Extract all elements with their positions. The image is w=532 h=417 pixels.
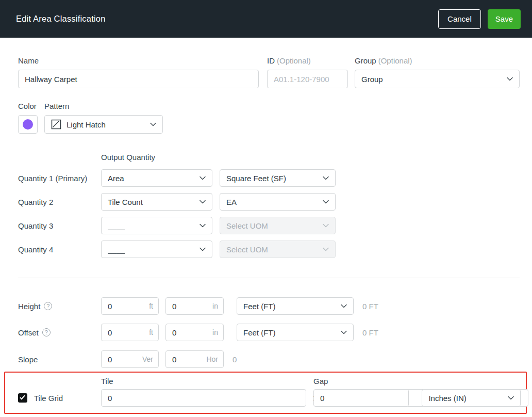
id-label: ID(Optional)	[267, 56, 348, 65]
group-optional-label: (Optional)	[378, 56, 412, 65]
dialog-body: Name ID(Optional) Group(Optional) Group	[0, 38, 532, 414]
chevron-down-icon	[319, 247, 329, 251]
offset-readout: 0 FT	[362, 328, 378, 337]
chevron-down-icon	[319, 223, 329, 228]
chevron-down-icon	[319, 200, 329, 204]
quantity-2-label: Quantity 2	[18, 198, 101, 206]
height-in-input[interactable]	[165, 297, 224, 315]
quantity-1-type-select[interactable]: Area	[101, 169, 212, 187]
color-label: Color	[18, 102, 38, 110]
quantity-3-row: Quantity 3 ____ Select UOM	[18, 217, 520, 234]
pattern-label: Pattern	[44, 102, 163, 110]
tile-label: Tile	[101, 377, 306, 386]
pattern-field: Pattern Light Hatch	[44, 102, 163, 134]
chevron-down-icon	[195, 176, 206, 180]
quantity-1-uom-select[interactable]: Square Feet (SF)	[220, 169, 336, 187]
height-ft-input[interactable]	[101, 297, 159, 315]
tile-size-group: Tile x	[101, 377, 306, 407]
chevron-down-icon	[319, 176, 329, 180]
chevron-down-icon	[503, 77, 513, 81]
slope-label: Slope	[18, 355, 101, 364]
pattern-select[interactable]: Light Hatch	[44, 115, 163, 134]
offset-in-input[interactable]	[165, 324, 224, 341]
chevron-down-icon	[195, 223, 206, 228]
height-label: Height ?	[18, 302, 101, 311]
quantity-4-type-select[interactable]: ____	[101, 240, 212, 258]
offset-ft-field: ft	[101, 324, 159, 341]
quantity-2-type-select[interactable]: Tile Count	[101, 193, 212, 211]
slope-ver-field: Ver	[101, 350, 159, 368]
tile-grid-section-highlight: Tile Grid Tile x Gap Inches (IN)	[4, 372, 527, 414]
tile-grid-toggle-group: Tile Grid	[18, 393, 101, 407]
height-row: Height ? ft in Feet (FT) 0 FT	[18, 297, 520, 315]
gap-label: Gap	[313, 377, 409, 386]
header-actions: Cancel Save	[438, 9, 521, 29]
quantity-4-row: Quantity 4 ____ Select UOM	[18, 240, 520, 258]
quantity-3-label: Quantity 3	[18, 221, 101, 230]
quantity-1-label: Quantity 1 (Primary)	[18, 174, 101, 183]
section-divider	[18, 278, 520, 278]
group-select[interactable]: Group	[355, 70, 520, 88]
quantity-1-row: Quantity 1 (Primary) Area Square Feet (S…	[18, 169, 520, 187]
output-quantity-label: Output Quantity	[101, 153, 520, 162]
help-icon[interactable]: ?	[42, 328, 51, 336]
slope-row: Slope Ver Hor 0	[18, 350, 520, 368]
group-label: Group(Optional)	[355, 56, 520, 65]
chevron-down-icon	[504, 396, 514, 400]
chevron-down-icon	[195, 200, 206, 204]
color-pattern-row: Color Pattern Light Hatch	[18, 102, 520, 134]
quantity-3-type-select[interactable]: ____	[101, 217, 212, 234]
cancel-button[interactable]: Cancel	[438, 9, 481, 29]
tile-width-input[interactable]	[101, 389, 306, 407]
height-uom-select[interactable]: Feet (FT)	[237, 297, 354, 315]
chevron-down-icon	[337, 330, 347, 334]
gap-input[interactable]	[313, 389, 409, 407]
id-field: ID(Optional)	[267, 56, 348, 88]
offset-label: Offset ?	[18, 328, 101, 337]
group-field: Group(Optional) Group	[355, 56, 520, 88]
tile-grid-label: Tile Grid	[34, 394, 63, 403]
offset-in-field: in	[165, 324, 224, 341]
height-ft-field: ft	[101, 297, 159, 315]
help-icon[interactable]: ?	[44, 302, 52, 310]
color-field: Color	[18, 102, 38, 134]
offset-uom-select[interactable]: Feet (FT)	[237, 324, 354, 341]
height-readout: 0 FT	[362, 302, 378, 311]
identity-row: Name ID(Optional) Group(Optional) Group	[18, 56, 520, 88]
save-button[interactable]: Save	[488, 9, 521, 29]
dialog-title: Edit Area Classification	[16, 14, 106, 24]
hatch-pattern-icon	[51, 119, 61, 130]
offset-row: Offset ? ft in Feet (FT) 0 FT	[18, 324, 520, 341]
quantity-2-row: Quantity 2 Tile Count EA	[18, 193, 520, 211]
chevron-down-icon	[337, 304, 347, 308]
id-optional-label: (Optional)	[277, 56, 311, 65]
tile-grid-uom-select[interactable]: Inches (IN)	[422, 389, 521, 407]
height-in-field: in	[165, 297, 224, 315]
slope-hor-input[interactable]	[165, 350, 224, 368]
offset-ft-input[interactable]	[101, 324, 159, 341]
quantity-4-uom-select[interactable]: Select UOM	[220, 240, 336, 258]
gap-group: Gap	[313, 377, 409, 407]
chevron-down-icon	[195, 247, 206, 251]
color-swatch-button[interactable]	[18, 115, 38, 134]
name-field: Name	[18, 56, 259, 88]
slope-readout: 0	[232, 355, 237, 364]
edit-area-classification-dialog: Edit Area Classification Cancel Save Nam…	[0, 0, 532, 417]
quantity-4-label: Quantity 4	[18, 245, 101, 254]
tile-size-inputs: x	[101, 389, 306, 407]
dialog-header: Edit Area Classification Cancel Save	[0, 0, 532, 38]
name-input[interactable]	[18, 70, 259, 88]
checkmark-icon	[20, 394, 25, 400]
id-input[interactable]	[267, 70, 348, 88]
slope-hor-field: Hor	[165, 350, 224, 368]
quantity-2-uom-select[interactable]: EA	[220, 193, 336, 211]
chevron-down-icon	[146, 122, 156, 126]
name-label: Name	[18, 56, 259, 65]
quantity-3-uom-select[interactable]: Select UOM	[220, 217, 336, 234]
color-dot-icon	[23, 119, 33, 130]
tile-grid-checkbox[interactable]	[18, 393, 27, 403]
slope-ver-input[interactable]	[101, 350, 159, 368]
